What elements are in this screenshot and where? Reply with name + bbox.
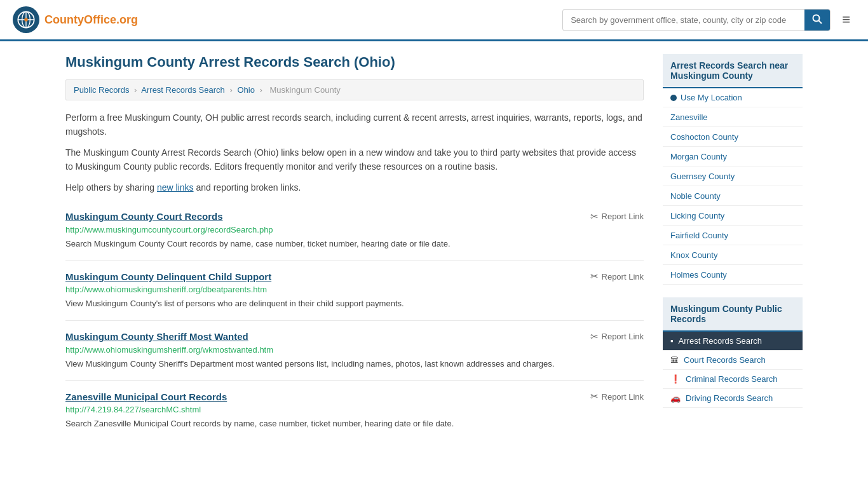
record-item: Zanesville Municipal Court Records ✂ Rep… (65, 381, 644, 440)
list-item[interactable]: Noble County (663, 186, 803, 206)
sidebar-item-guernsey-county[interactable]: Guernsey County (670, 172, 735, 181)
report-link[interactable]: ✂ Report Link (590, 331, 644, 342)
list-item[interactable]: Knox County (663, 245, 803, 265)
sidebar-item-driving-records[interactable]: Driving Records Search (686, 393, 773, 403)
report-icon: ✂ (590, 271, 599, 282)
breadcrumb-arrest-records-search[interactable]: Arrest Records Search (141, 85, 225, 95)
description-paragraph-3: Help others by sharing new links and rep… (65, 180, 644, 194)
list-item[interactable]: 🚗 Driving Records Search (663, 389, 803, 408)
sidebar-nearby-section: Arrest Records Search near Muskingum Cou… (663, 54, 803, 285)
record-url: http://www.ohiomuskingumsheriff.org/dbea… (65, 285, 644, 294)
list-item[interactable]: Fairfield County (663, 226, 803, 245)
record-url: http://www.ohiomuskingumsheriff.org/wkmo… (65, 345, 644, 355)
record-url: http://74.219.84.227/searchMC.shtml (65, 405, 644, 414)
description-paragraph-2: The Muskingum County Arrest Records Sear… (65, 146, 644, 174)
location-dot-icon (670, 95, 677, 101)
record-header: Muskingum County Sheriff Most Wanted ✂ R… (65, 331, 644, 342)
sidebar-item-fairfield-county[interactable]: Fairfield County (670, 231, 728, 240)
svg-point-4 (813, 15, 820, 21)
records-list: Muskingum County Court Records ✂ Report … (65, 201, 644, 440)
sidebar-item-criminal-records[interactable]: Criminal Records Search (686, 374, 778, 384)
record-url: http://www.muskingumcountycourt.org/reco… (65, 225, 644, 234)
list-item[interactable]: 🏛 Court Records Search (663, 351, 803, 370)
record-item: Muskingum County Court Records ✂ Report … (65, 201, 644, 261)
record-header: Muskingum County Court Records ✂ Report … (65, 211, 644, 222)
arrest-icon: ▪ (670, 336, 674, 346)
search-input[interactable] (563, 11, 804, 29)
list-item[interactable]: Zanesville (663, 107, 803, 127)
record-desc: View Muskingum County Sheriff's Departme… (65, 358, 644, 370)
court-icon: 🏛 (670, 355, 679, 365)
header: CountyOffice.org ≡ (0, 0, 868, 41)
sidebar-public-section: Muskingum County Public Records ▪ Arrest… (663, 297, 803, 408)
logo-org: .org (116, 13, 138, 26)
sidebar-item-arrest-records[interactable]: Arrest Records Search (679, 336, 763, 346)
sidebar-item-licking-county[interactable]: Licking County (670, 211, 724, 220)
list-item[interactable]: ❗ Criminal Records Search (663, 370, 803, 389)
list-item[interactable]: ▪ Arrest Records Search (663, 332, 803, 351)
report-icon: ✂ (590, 391, 599, 402)
sidebar-nearby-list: Use My Location Zanesville Coshocton Cou… (663, 88, 803, 285)
main-container: Muskingum County Arrest Records Search (… (53, 41, 815, 453)
list-item[interactable]: Morgan County (663, 147, 803, 166)
logo-name: CountyOffice (44, 13, 116, 26)
logo-icon (13, 6, 39, 33)
sidebar-item-morgan-county[interactable]: Morgan County (670, 152, 727, 161)
record-desc: Search Muskingum County Court records by… (65, 238, 644, 250)
sidebar-item-zanesville[interactable]: Zanesville (670, 112, 708, 122)
record-desc: Search Zanesville Municipal Court record… (65, 417, 644, 430)
record-title[interactable]: Zanesville Municipal Court Records (65, 391, 227, 402)
record-title[interactable]: Muskingum County Court Records (65, 211, 223, 222)
search-bar (562, 9, 831, 31)
report-link[interactable]: ✂ Report Link (590, 271, 644, 282)
content-area: Muskingum County Arrest Records Search (… (65, 54, 644, 440)
sidebar-item-noble-county[interactable]: Noble County (670, 191, 721, 201)
sidebar-item-coshocton-county[interactable]: Coshocton County (670, 132, 738, 142)
new-links-link[interactable]: new links (157, 182, 194, 193)
list-item[interactable]: Use My Location (663, 88, 803, 107)
report-link[interactable]: ✂ Report Link (590, 211, 644, 222)
list-item[interactable]: Guernsey County (663, 166, 803, 186)
sidebar-item-knox-county[interactable]: Knox County (670, 250, 717, 260)
breadcrumb-ohio[interactable]: Ohio (237, 85, 254, 95)
header-right: ≡ (562, 9, 855, 31)
svg-point-3 (24, 18, 27, 21)
sidebar-item-holmes-county[interactable]: Holmes County (670, 270, 727, 280)
record-header: Muskingum County Delinquent Child Suppor… (65, 271, 644, 282)
list-item[interactable]: Coshocton County (663, 127, 803, 147)
sidebar-item-court-records[interactable]: Court Records Search (684, 355, 766, 365)
sidebar-item-use-my-location[interactable]: Use My Location (681, 93, 742, 102)
record-title[interactable]: Muskingum County Sheriff Most Wanted (65, 331, 248, 342)
search-button[interactable] (804, 10, 830, 30)
criminal-icon: ❗ (670, 374, 681, 384)
record-item: Muskingum County Delinquent Child Suppor… (65, 261, 644, 321)
svg-line-5 (819, 20, 822, 24)
page-title: Muskingum County Arrest Records Search (… (65, 54, 644, 71)
list-item[interactable]: Holmes County (663, 265, 803, 285)
list-item[interactable]: Licking County (663, 206, 803, 226)
sidebar-nearby-heading: Arrest Records Search near Muskingum Cou… (663, 54, 803, 88)
sidebar: Arrest Records Search near Muskingum Cou… (663, 54, 803, 440)
report-link[interactable]: ✂ Report Link (590, 391, 644, 402)
report-icon: ✂ (590, 211, 599, 222)
logo-text: CountyOffice.org (44, 13, 138, 27)
record-item: Muskingum County Sheriff Most Wanted ✂ R… (65, 321, 644, 381)
breadcrumb: Public Records › Arrest Records Search ›… (65, 79, 644, 100)
record-desc: View Muskingum County's list of persons … (65, 297, 644, 310)
breadcrumb-public-records[interactable]: Public Records (74, 85, 129, 95)
sidebar-public-heading: Muskingum County Public Records (663, 297, 803, 332)
report-icon: ✂ (590, 331, 599, 342)
menu-button[interactable]: ≡ (837, 9, 855, 30)
logo-area: CountyOffice.org (13, 6, 138, 33)
description-paragraph-1: Perform a free Muskingum County, OH publ… (65, 111, 644, 139)
breadcrumb-muskingum-county: Muskingum County (269, 85, 340, 95)
record-header: Zanesville Municipal Court Records ✂ Rep… (65, 391, 644, 402)
sidebar-public-list: ▪ Arrest Records Search 🏛 Court Records … (663, 332, 803, 408)
driving-icon: 🚗 (670, 393, 681, 403)
record-title[interactable]: Muskingum County Delinquent Child Suppor… (65, 271, 271, 282)
